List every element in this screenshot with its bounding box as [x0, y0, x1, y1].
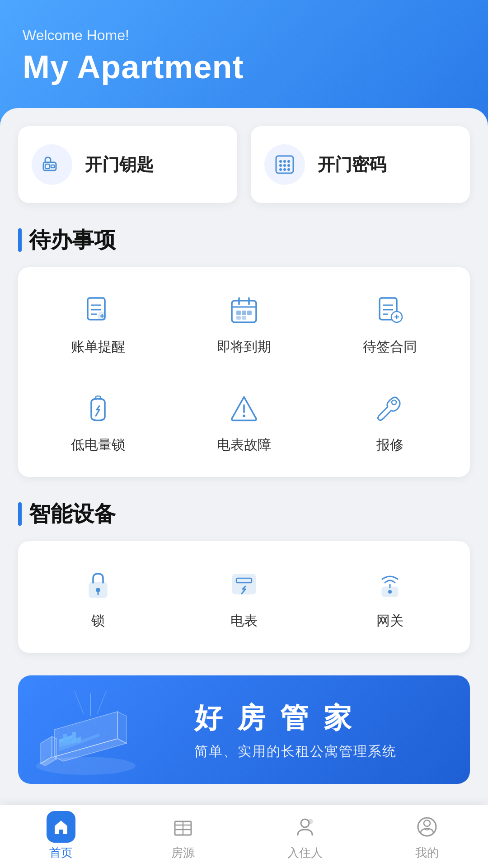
svg-point-12 — [287, 168, 290, 171]
svg-rect-1 — [45, 164, 50, 169]
devices-section-header: 智能设备 — [18, 500, 470, 528]
calendar-icon — [228, 294, 260, 328]
nav-mine-icon — [413, 812, 441, 841]
svg-point-45 — [388, 590, 392, 594]
devices-section-title: 智能设备 — [29, 500, 116, 528]
lock-label: 锁 — [91, 612, 105, 630]
svg-point-8 — [283, 164, 286, 167]
gateway-item[interactable]: 网关 — [319, 550, 461, 644]
svg-rect-27 — [236, 316, 241, 320]
gateway-icon — [374, 568, 406, 602]
svg-point-11 — [283, 168, 286, 171]
svg-rect-26 — [247, 311, 252, 315]
password-button[interactable]: 开门密码 — [251, 126, 470, 203]
nav-mine[interactable]: 我的 — [366, 812, 488, 861]
bill-item[interactable]: 账单提醒 — [27, 276, 169, 370]
svg-point-7 — [279, 164, 282, 167]
quick-access-row: 开门钥匙 开门密码 — [18, 126, 470, 203]
nav-mine-label: 我的 — [415, 845, 439, 861]
wrench-icon — [374, 392, 406, 426]
meter-fault-label: 电表故障 — [217, 436, 271, 454]
svg-point-5 — [283, 160, 286, 163]
main-content: 开门钥匙 开门密码 待办事项 — [0, 108, 488, 868]
app-title: My Apartment — [23, 48, 465, 85]
password-label: 开门密码 — [318, 153, 386, 176]
contract-item[interactable]: 待签合同 — [319, 276, 461, 370]
devices-grid: 锁 电表 — [18, 541, 470, 653]
svg-point-58 — [424, 820, 430, 826]
nav-home-label: 首页 — [49, 845, 73, 861]
banner-main-text: 好 房 管 家 — [194, 699, 397, 737]
nav-tenant-icon — [291, 812, 319, 841]
svg-point-55 — [301, 819, 309, 827]
contract-icon — [374, 294, 406, 328]
bottom-navigation: 首页 房源 入住人 — [0, 805, 488, 868]
nav-property-icon — [169, 812, 197, 841]
svg-rect-25 — [242, 311, 246, 315]
svg-point-9 — [287, 164, 290, 167]
promo-banner[interactable]: 好 房 管 家 简单、实用的长租公寓管理系统 — [18, 675, 470, 784]
warning-icon — [228, 392, 260, 426]
svg-point-56 — [308, 819, 313, 824]
nav-property-label: 房源 — [171, 845, 195, 861]
battery-icon — [82, 392, 114, 426]
devices-grid-inner: 锁 电表 — [27, 550, 461, 644]
svg-point-4 — [279, 160, 282, 163]
banner-sub-text: 简单、实用的长租公寓管理系统 — [194, 742, 397, 761]
svg-rect-24 — [236, 311, 241, 315]
key-label: 开门钥匙 — [85, 153, 154, 176]
key-icon — [41, 153, 63, 176]
expiring-item[interactable]: 即将到期 — [173, 276, 314, 370]
bill-label: 账单提醒 — [71, 338, 125, 356]
contract-label: 待签合同 — [363, 338, 417, 356]
todo-section-bar — [18, 228, 22, 252]
welcome-text: Welcome Home! — [23, 27, 465, 44]
gateway-label: 网关 — [376, 612, 404, 630]
todo-grid-inner: 账单提醒 即将到期 — [27, 276, 461, 468]
keypad-icon-container — [264, 144, 305, 185]
key-button[interactable]: 开门钥匙 — [18, 126, 237, 203]
meter-fault-item[interactable]: 电表故障 — [173, 374, 314, 468]
svg-line-49 — [97, 691, 106, 714]
nav-tenant-label: 入住人 — [287, 845, 323, 861]
banner-text-container: 好 房 管 家 简单、实用的长租公寓管理系统 — [194, 699, 397, 761]
svg-rect-28 — [242, 316, 246, 320]
todo-section-title: 待办事项 — [29, 226, 116, 255]
repair-label: 报修 — [376, 436, 404, 454]
svg-point-6 — [287, 160, 290, 163]
svg-rect-2 — [51, 165, 55, 168]
lock-icon — [82, 568, 114, 602]
keypad-icon — [273, 153, 296, 176]
repair-item[interactable]: 报修 — [319, 374, 461, 468]
svg-point-37 — [243, 415, 245, 417]
nav-property[interactable]: 房源 — [122, 812, 244, 861]
banner-illustration — [27, 684, 181, 784]
svg-line-50 — [75, 691, 84, 714]
electric-icon — [228, 568, 260, 602]
nav-tenant[interactable]: 入住人 — [244, 812, 366, 861]
bill-icon — [82, 294, 114, 328]
electric-meter-item[interactable]: 电表 — [173, 550, 314, 644]
nav-home[interactable]: 首页 — [0, 812, 122, 861]
lock-item[interactable]: 锁 — [27, 550, 169, 644]
svg-point-38 — [392, 400, 396, 405]
expiring-label: 即将到期 — [217, 338, 271, 356]
nav-home-icon — [47, 812, 75, 841]
devices-section-bar — [18, 502, 22, 526]
todo-section-header: 待办事项 — [18, 226, 470, 255]
svg-point-10 — [279, 168, 282, 171]
todo-grid: 账单提醒 即将到期 — [18, 267, 470, 477]
lowbattery-item[interactable]: 低电量锁 — [27, 374, 169, 468]
electric-meter-label: 电表 — [230, 612, 258, 630]
key-icon-container — [32, 144, 72, 185]
lowbattery-label: 低电量锁 — [71, 436, 125, 454]
